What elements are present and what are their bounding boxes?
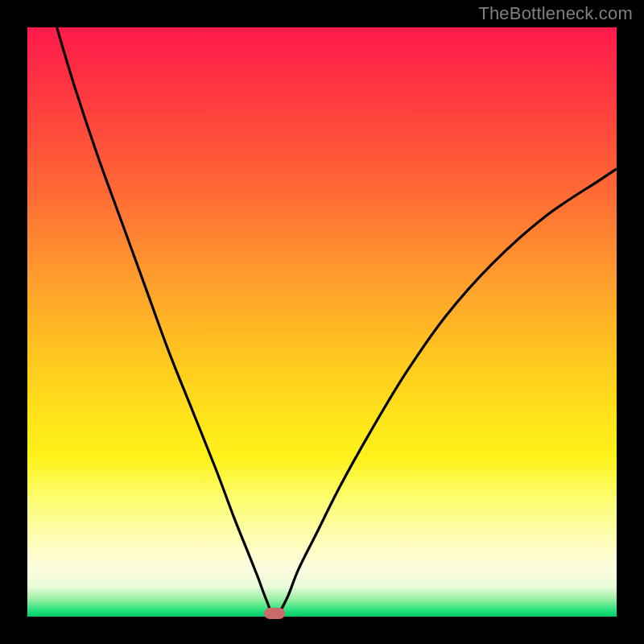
plot-area [27,27,617,617]
curve-line [57,27,617,617]
chart-frame: TheBottleneck.com [0,0,644,644]
minimum-marker [264,608,285,619]
chart-svg [27,27,617,617]
watermark-text: TheBottleneck.com [478,3,633,24]
